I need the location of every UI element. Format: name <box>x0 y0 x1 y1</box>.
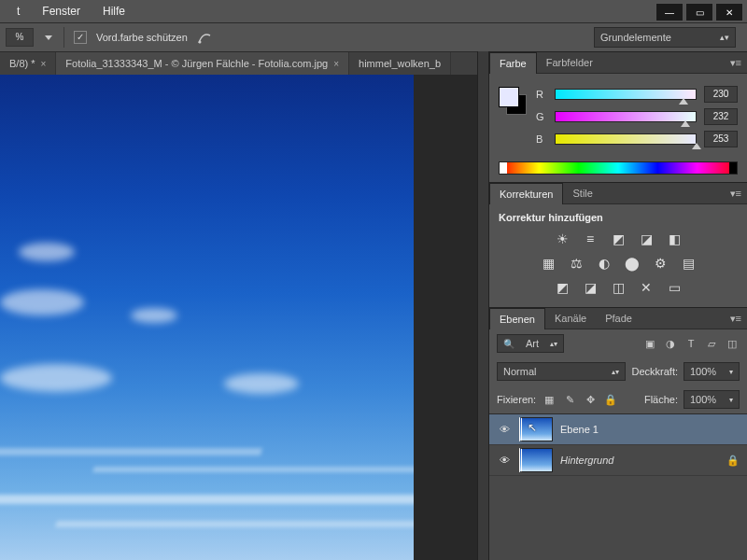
levels-icon[interactable]: ≡ <box>581 231 599 246</box>
fg-color-swatch[interactable] <box>499 87 519 107</box>
updown-icon: ▴▾ <box>720 33 729 42</box>
layer-filter-select[interactable]: 🔍 Art ▴▾ <box>497 334 564 353</box>
opacity-input[interactable]: 100%▾ <box>684 362 740 381</box>
cursor-icon: ↖ <box>528 421 537 434</box>
options-bar: % ✓ Vord.farbe schützen Grundelemente ▴▾ <box>0 23 747 52</box>
fg-bg-swatch[interactable] <box>499 87 527 115</box>
doc-tab-3-label: himmel_wolken_b <box>359 58 441 69</box>
workspace-label: Grundelemente <box>600 32 671 43</box>
opacity-mini-input[interactable]: % <box>6 28 34 47</box>
selective-color-icon[interactable]: ▭ <box>665 280 684 295</box>
bw-icon[interactable]: ◐ <box>595 256 613 271</box>
lock-pixels-icon[interactable]: ✎ <box>562 392 577 407</box>
hue-ramp[interactable] <box>499 161 738 175</box>
workspace-select[interactable]: Grundelemente ▴▾ <box>594 27 736 48</box>
vibrance-icon[interactable]: ◧ <box>665 231 684 246</box>
brightness-icon[interactable]: ☀ <box>553 231 571 246</box>
layers-panel-header: Ebenen Kanäle Pfade ▾≡ <box>489 307 747 329</box>
doc-tab-2-label: Fotolia_31333343_M - © Jürgen Fälchle - … <box>65 58 328 69</box>
layers-body: 🔍 Art ▴▾ ▣ ◑ T ▱ ◫ Normal ▴▾ Deckkraft: … <box>489 329 747 560</box>
filter-smart-icon[interactable]: ◫ <box>725 336 740 351</box>
doc-tab-1[interactable]: B/8) * × <box>0 52 56 75</box>
search-icon: 🔍 <box>503 339 514 349</box>
close-button[interactable]: ✕ <box>715 3 743 21</box>
protect-fg-checkbox[interactable]: ✓ <box>74 31 87 44</box>
color-lookup-icon[interactable]: ▤ <box>679 256 698 271</box>
fill-label: Fläche: <box>644 394 678 405</box>
g-value[interactable]: 232 <box>704 108 738 125</box>
maximize-button[interactable]: ▭ <box>685 3 713 21</box>
b-value[interactable]: 253 <box>704 131 738 147</box>
layer-thumbnail[interactable] <box>519 448 553 472</box>
layer-name[interactable]: Ebene 1 <box>560 424 740 435</box>
doc-tab-1-label: B/8) * <box>9 58 35 69</box>
exposure-icon[interactable]: ◪ <box>637 231 655 246</box>
gradient-map-icon[interactable]: ✕ <box>637 280 655 295</box>
filter-shape-icon[interactable]: ▱ <box>704 336 719 351</box>
lock-transparent-icon[interactable]: ▦ <box>542 392 557 407</box>
minimize-button[interactable]: — <box>655 3 684 21</box>
r-slider[interactable] <box>555 89 697 100</box>
channel-mixer-icon[interactable]: ⚙ <box>651 256 669 271</box>
lock-all-icon[interactable]: 🔒 <box>603 392 618 407</box>
fill-input[interactable]: 100%▾ <box>684 390 740 409</box>
color-balance-icon[interactable]: ⚖ <box>567 256 585 271</box>
filter-image-icon[interactable]: ▣ <box>642 336 657 351</box>
close-icon[interactable]: × <box>333 59 339 69</box>
lock-position-icon[interactable]: ✥ <box>583 392 598 407</box>
photo-filter-icon[interactable]: ⬤ <box>623 256 641 271</box>
document-canvas[interactable] <box>0 75 414 560</box>
tab-ebenen[interactable]: Ebenen <box>489 308 545 329</box>
close-icon[interactable]: × <box>41 59 47 69</box>
tab-korrekturen[interactable]: Korrekturen <box>489 183 563 204</box>
doc-tab-2[interactable]: Fotolia_31333343_M - © Jürgen Fälchle - … <box>56 52 349 75</box>
tab-pfade[interactable]: Pfade <box>596 308 641 329</box>
posterize-icon[interactable]: ◪ <box>581 280 599 295</box>
blend-mode-select[interactable]: Normal ▴▾ <box>497 362 626 381</box>
tab-kanaele[interactable]: Kanäle <box>545 308 596 329</box>
visibility-icon[interactable]: 👁 <box>497 424 512 435</box>
chevron-down-icon[interactable] <box>45 35 52 40</box>
menu-truncated[interactable]: t <box>6 5 31 18</box>
tab-stile[interactable]: Stile <box>563 183 601 203</box>
layer-name[interactable]: Hintergrund <box>560 455 719 466</box>
color-panel-header: Farbe Farbfelder ▾≡ <box>489 51 747 74</box>
fill-value: 100% <box>690 394 716 405</box>
r-value[interactable]: 230 <box>704 86 738 103</box>
visibility-icon[interactable]: 👁 <box>497 455 512 466</box>
adjustments-panel-header: Korrekturen Stile ▾≡ <box>489 182 747 204</box>
add-adjustment-label: Korrektur hinzufügen <box>499 212 738 227</box>
r-label: R <box>536 89 547 100</box>
invert-icon[interactable]: ◩ <box>553 280 571 295</box>
opacity-value: 100% <box>690 366 716 377</box>
layer-row-background[interactable]: 👁 Hintergrund 🔒 <box>489 445 747 476</box>
layer-row-ebene1[interactable]: 👁 ↖ Ebene 1 <box>489 414 747 445</box>
menu-bar: t Fenster Hilfe <box>0 0 747 23</box>
doc-tab-3[interactable]: himmel_wolken_b <box>349 52 451 75</box>
curves-icon[interactable]: ◩ <box>609 231 627 246</box>
canvas-area <box>0 75 489 560</box>
tab-farbfelder[interactable]: Farbfelder <box>537 52 602 73</box>
layer-list: 👁 ↖ Ebene 1 👁 Hintergrund 🔒 <box>489 413 747 560</box>
color-panel-body: R 230 G 232 B 253 <box>489 74 747 158</box>
pressure-icon[interactable] <box>197 30 212 45</box>
panel-menu-icon[interactable]: ▾≡ <box>725 313 747 325</box>
protect-fg-label: Vord.farbe schützen <box>96 32 188 43</box>
blend-mode-label: Normal <box>503 366 536 377</box>
adjustments-body: Korrektur hinzufügen ☀ ≡ ◩ ◪ ◧ ▦ ⚖ ◐ ⬤ ⚙… <box>489 204 747 307</box>
filter-adjust-icon[interactable]: ◑ <box>663 336 678 351</box>
menu-fenster[interactable]: Fenster <box>31 5 92 18</box>
filter-text-icon[interactable]: T <box>684 336 698 351</box>
g-slider[interactable] <box>555 111 697 122</box>
filter-label: Art <box>526 338 539 349</box>
lock-label: Fixieren: <box>497 394 536 405</box>
menu-hilfe[interactable]: Hilfe <box>92 5 136 18</box>
threshold-icon[interactable]: ◫ <box>609 280 627 295</box>
tab-farbe[interactable]: Farbe <box>489 52 537 74</box>
panel-menu-icon[interactable]: ▾≡ <box>725 188 747 200</box>
b-slider[interactable] <box>555 133 697 145</box>
hue-sat-icon[interactable]: ▦ <box>539 256 557 271</box>
opacity-label: Deckkraft: <box>631 366 678 377</box>
layer-thumbnail[interactable]: ↖ <box>519 417 553 441</box>
panel-menu-icon[interactable]: ▾≡ <box>725 57 747 69</box>
